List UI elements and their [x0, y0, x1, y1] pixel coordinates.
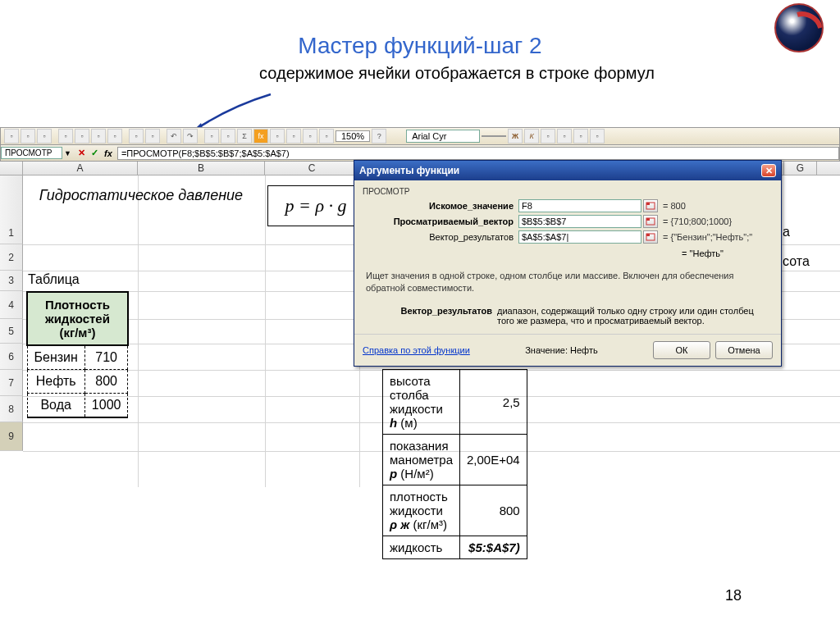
slide-title: Мастер функций-шаг 2	[0, 33, 840, 59]
function-description: Ищет значения в одной строке, одном стол…	[363, 270, 773, 294]
italic-button[interactable]: К	[524, 129, 539, 144]
row-header[interactable]: 3	[0, 271, 23, 291]
cell-text: а	[783, 225, 790, 239]
svg-rect-1	[646, 203, 650, 205]
arg-label: Искомое_значение	[363, 201, 518, 211]
toolbar-button[interactable]: ▫	[573, 129, 588, 144]
toolbar-button[interactable]: ▫	[590, 129, 605, 144]
range-picker-icon[interactable]	[643, 199, 658, 212]
row-header[interactable]: 2	[0, 244, 23, 271]
param-table: высота столба жидкости h (м) 2,5 показан…	[382, 369, 527, 559]
toolbar-button[interactable]: ▫	[91, 129, 106, 144]
toolbar-button[interactable]: ▫	[221, 129, 235, 144]
dialog-title: Аргументы функции	[359, 165, 459, 176]
arg-input[interactable]	[518, 230, 641, 244]
toolbar-button[interactable]: ▫	[129, 129, 144, 144]
arg-label: Просматриваемый_вектор	[363, 217, 518, 226]
table-cell[interactable]: 710	[84, 345, 128, 370]
table-cell[interactable]: высота столба жидкости h (м)	[383, 370, 460, 435]
arg-input[interactable]	[518, 215, 641, 228]
col-header-g[interactable]: G	[784, 162, 817, 175]
row-header[interactable]: 8	[0, 396, 23, 422]
toolbar-button[interactable]: ▫	[557, 129, 572, 144]
select-all-corner[interactable]	[0, 162, 23, 175]
toolbar-button[interactable]: ▫	[541, 129, 555, 144]
row-header[interactable]: 7	[0, 370, 23, 396]
cancel-button[interactable]: Отмена	[715, 341, 773, 359]
toolbar-button[interactable]: ▫	[58, 129, 73, 144]
fontsize-selector[interactable]	[482, 135, 506, 137]
accept-formula-icon[interactable]: ✓	[89, 148, 101, 159]
row-header[interactable]: 4	[0, 291, 23, 319]
zoom-selector[interactable]: 150%	[336, 130, 370, 142]
toolbar-button[interactable]: ↷	[183, 129, 198, 144]
table-cell[interactable]: 2,5	[460, 370, 527, 435]
close-icon[interactable]: ✕	[761, 164, 776, 177]
arg-result: = {710;800;1000}	[663, 217, 732, 226]
table-cell[interactable]: 800	[460, 485, 527, 536]
bold-button[interactable]: Ж	[508, 129, 523, 144]
table-cell[interactable]: плотность жидкости ρ ж (кг/м³)	[383, 485, 460, 536]
toolbar-button[interactable]: ▫	[75, 129, 89, 144]
density-header: Плотность жидкостей (кг/м³)	[27, 292, 128, 345]
name-box[interactable]: ПРОСМОТР	[1, 147, 62, 159]
main-toolbar: ▫ ▫ ▫ ▫ ▫ ▫ ▫ ▫ ▫ ↶ ↷ ▫ ▫ Σ fx ▫ ▫ ▫ ▫ 1…	[0, 127, 840, 145]
table-cell[interactable]: Бензин	[27, 345, 84, 370]
font-selector[interactable]: Arial Cyr	[406, 130, 480, 143]
range-picker-icon[interactable]	[643, 215, 658, 228]
formula-input[interactable]: =ПРОСМОТР(F8;$B$5:$B$7;$A$5:$A$7)	[117, 147, 839, 160]
table-cell[interactable]: 1000	[84, 394, 128, 418]
table-cell[interactable]: 2,00E+04	[460, 435, 527, 485]
table-cell[interactable]: жидкость	[383, 536, 460, 559]
fx-button[interactable]: fx	[253, 129, 268, 144]
cell-text: сота	[783, 254, 810, 269]
function-arguments-dialog: Аргументы функции ✕ ПРОСМОТР Искомое_зна…	[354, 160, 782, 367]
row-header[interactable]: 1	[0, 175, 23, 244]
overall-result: = "Нефть"	[363, 248, 773, 258]
logo-icon	[774, 3, 824, 52]
ok-button[interactable]: ОК	[653, 341, 710, 359]
col-header-b[interactable]: B	[138, 162, 265, 175]
cancel-formula-icon[interactable]: ✕	[76, 148, 88, 159]
active-cell[interactable]: $5:$A$7)	[460, 536, 527, 559]
fx-icon[interactable]: fx	[103, 148, 114, 159]
row-header[interactable]: 6	[0, 344, 23, 370]
help-link[interactable]: Справка по этой функции	[363, 345, 470, 355]
table-label: Таблица	[28, 272, 80, 287]
hydro-title: Гидростатическое давление	[34, 187, 248, 205]
slide-subtitle: содержимое ячейки отображается в строке …	[74, 64, 840, 83]
arg-help-text: диапазон, содержащий только одну строку …	[497, 306, 769, 326]
row-header[interactable]: 5	[0, 319, 23, 344]
toolbar-button[interactable]: Σ	[237, 129, 252, 144]
dialog-titlebar[interactable]: Аргументы функции ✕	[354, 161, 781, 180]
toolbar-button[interactable]: ↶	[167, 129, 181, 144]
toolbar-button[interactable]: ▫	[270, 129, 285, 144]
table-cell[interactable]: Вода	[27, 394, 84, 418]
toolbar-button[interactable]: ▫	[204, 129, 219, 144]
table-cell[interactable]: Нефть	[27, 370, 84, 394]
toolbar-button[interactable]: ▫	[37, 129, 52, 144]
range-picker-icon[interactable]	[643, 230, 658, 244]
row-header[interactable]: 9	[0, 422, 23, 451]
pressure-formula: p = ρ · g	[267, 185, 359, 226]
toolbar-button[interactable]: ▫	[303, 129, 317, 144]
page-number: 18	[725, 587, 742, 604]
toolbar-button[interactable]: ▫	[21, 129, 35, 144]
arg-help-label: Вектор_результатов	[366, 306, 497, 326]
arg-input[interactable]	[518, 199, 641, 212]
table-cell[interactable]: 800	[84, 370, 128, 394]
toolbar-button[interactable]: ▫	[286, 129, 301, 144]
table-cell[interactable]: показания манометра p (Н/м²)	[383, 435, 460, 485]
svg-rect-5	[646, 234, 650, 236]
svg-rect-3	[646, 218, 650, 221]
toolbar-button[interactable]: ▫	[4, 129, 19, 144]
toolbar-button[interactable]: ▫	[107, 129, 122, 144]
toolbar-button[interactable]: ▫	[145, 129, 160, 144]
toolbar-button[interactable]: ▫	[319, 129, 334, 144]
col-header-a[interactable]: A	[23, 162, 138, 175]
col-header-c[interactable]: C	[265, 162, 359, 175]
arg-result: = 800	[663, 201, 686, 211]
toolbar-button[interactable]: ?	[372, 129, 386, 144]
arg-result: = {"Бензин";"Нефть";"	[663, 232, 752, 242]
formula-bar: ПРОСМОТР ▼ ✕ ✓ fx =ПРОСМОТР(F8;$B$5:$B$7…	[0, 145, 840, 162]
